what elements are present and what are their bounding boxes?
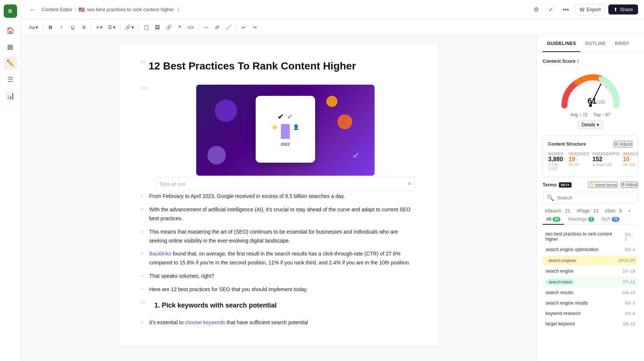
snippet-button[interactable]: 📋 bbox=[141, 22, 152, 33]
all-badge: 80 bbox=[553, 217, 560, 222]
h1-row: h1 12 Best Practices To Rank Content Hig… bbox=[141, 59, 416, 79]
filter-tag-expand[interactable]: ▾ bbox=[626, 208, 633, 214]
sidebar-item-editor[interactable]: ✏️ bbox=[4, 56, 17, 70]
terms-tab-headings[interactable]: Headings 5 bbox=[564, 214, 598, 225]
img-marker: img bbox=[141, 85, 152, 90]
bold-button[interactable]: B bbox=[45, 22, 56, 33]
panel-tabs: GUIDELINES OUTLINE BRIEF bbox=[537, 36, 644, 52]
avg-arrow-icon: ↕ bbox=[579, 112, 582, 117]
editor-toolbar: Aa ▾ B I U S ≡ ▾ ☰ ▾ 🔗 ▾ 📋 🖼 🔗 ❝ </> — ⇄… bbox=[21, 19, 644, 36]
link-icon: 🔗 bbox=[125, 25, 131, 30]
alt-text-placeholder[interactable]: Type alt text bbox=[159, 181, 185, 187]
term-item-search-engine[interactable]: search engine 2/7–18 bbox=[543, 267, 638, 276]
term-name: keyword research bbox=[546, 311, 581, 316]
para-text-5[interactable]: That speaks volumes, right? bbox=[149, 272, 214, 281]
filter-tag-seo[interactable]: #Seo · 9 bbox=[603, 208, 624, 214]
para-text-1[interactable]: From February to April 2023, Google rece… bbox=[149, 192, 345, 201]
term-item-seo[interactable]: search engine optimization 0/2–4 bbox=[543, 245, 638, 254]
terms-header: Terms BETA ✨ Insert terms ⚙ Adjust bbox=[543, 182, 638, 188]
redo-button[interactable]: ↪ bbox=[250, 22, 260, 33]
term-item-search-intent[interactable]: search intent 7/7–12 bbox=[543, 277, 638, 287]
editor-area[interactable]: h1 12 Best Practices To Rank Content Hig… bbox=[21, 36, 536, 361]
details-button[interactable]: Details ▾ bbox=[577, 120, 603, 129]
subheading-1[interactable]: 1. Pick keywords with search potential bbox=[155, 302, 277, 309]
tab-outline[interactable]: OUTLINE bbox=[580, 36, 610, 52]
check-button[interactable]: ✓ bbox=[545, 4, 557, 16]
toolbar-sep-3 bbox=[120, 24, 120, 31]
para-marker-5: p bbox=[141, 272, 146, 277]
term-item-keyword-research[interactable]: keyword research 2/3–6 bbox=[543, 309, 638, 318]
cs-stat-paragraphs: PARAGRAPHS 152 ↑ at least 180 bbox=[592, 152, 620, 171]
filter-tag-search[interactable]: #Search · 21 bbox=[543, 208, 572, 214]
terms-tab-nlp[interactable]: NLP 75 bbox=[598, 214, 623, 225]
settings-button[interactable]: ⚙ bbox=[530, 4, 542, 16]
term-item-search-engines[interactable]: search engines 18/12–29 bbox=[543, 256, 638, 265]
svg-text:/100: /100 bbox=[596, 100, 605, 105]
close-alt-button[interactable]: × bbox=[408, 180, 411, 187]
sidebar-item-analytics[interactable]: 📊 bbox=[4, 89, 17, 103]
wordpress-icon: W bbox=[580, 7, 585, 13]
term-count: 0/2–4 bbox=[625, 247, 635, 252]
more-button[interactable]: ••• bbox=[560, 4, 572, 16]
insert-terms-button[interactable]: ✨ Insert terms bbox=[588, 182, 618, 188]
font-size-dropdown[interactable]: Aa ▾ bbox=[27, 22, 41, 33]
choose-keywords-link[interactable]: choose keywords bbox=[185, 319, 225, 325]
underline-button[interactable]: U bbox=[68, 22, 78, 33]
list-dropdown[interactable]: ☰ ▾ bbox=[106, 22, 118, 33]
chevron-down-icon-details: ▾ bbox=[597, 122, 599, 127]
paragraph-5: p That speaks volumes, right? bbox=[141, 272, 416, 281]
paragraph-1: p From February to April 2023, Google re… bbox=[141, 192, 416, 201]
breadcrumb-title: seo best practices to rank content highe… bbox=[87, 7, 174, 12]
cs-header: Content Structure ⚙ Adjust bbox=[548, 141, 632, 147]
export-button[interactable]: W Export bbox=[575, 4, 606, 15]
code-button[interactable]: </> bbox=[186, 22, 196, 33]
term-item-search-engine-results[interactable]: search engine results 0/2–3 bbox=[543, 299, 638, 308]
tab-guidelines[interactable]: GUIDELINES bbox=[543, 36, 580, 52]
hyperlink-button[interactable]: 🔗 bbox=[164, 22, 174, 33]
terms-adjust-button[interactable]: ⚙ Adjust bbox=[621, 182, 638, 188]
clear-format-button[interactable]: 🧹 bbox=[223, 22, 234, 33]
quote-button[interactable]: ❝ bbox=[175, 22, 185, 33]
terms-tabs: All 80 Headings 5 NLP 75 bbox=[543, 214, 638, 225]
alt-text-bar: Type alt text × bbox=[155, 177, 416, 191]
tab-brief[interactable]: BRIEF bbox=[611, 36, 634, 52]
cs-adjust-button[interactable]: ⚙ Adjust bbox=[614, 141, 632, 147]
divider-button[interactable]: — bbox=[201, 22, 211, 33]
para-text-2[interactable]: With the advancement of artificial intel… bbox=[149, 205, 416, 223]
strike-button[interactable]: S bbox=[79, 22, 89, 33]
term-item-seo-best-practices[interactable]: seo best practices to rank content highe… bbox=[543, 230, 638, 244]
filter-tag-page[interactable]: #Page · 13 bbox=[575, 208, 601, 214]
terms-search-input[interactable] bbox=[557, 195, 634, 201]
brand-logo: B bbox=[4, 4, 17, 18]
image-button[interactable]: 🖼 bbox=[152, 22, 163, 33]
undo-button[interactable]: ↩ bbox=[239, 22, 249, 33]
italic-button[interactable]: I bbox=[56, 22, 67, 33]
sidebar-item-home[interactable]: 🏠 bbox=[4, 24, 17, 37]
breadcrumb: Content Editor / 🇺🇸 seo best practices t… bbox=[42, 7, 527, 13]
term-item-target-keyword[interactable]: target keyword 3/5–13 bbox=[543, 319, 638, 328]
backlinko-link[interactable]: Backlinko bbox=[149, 251, 172, 257]
info-icon: ℹ bbox=[178, 7, 179, 12]
para-text-3[interactable]: This means that mastering the art of (SE… bbox=[149, 228, 416, 245]
para-text-4[interactable]: Backlinko found that, on average, the fi… bbox=[149, 250, 416, 267]
article-title[interactable]: 12 Best Practices To Rank Content Higher bbox=[149, 59, 356, 73]
svg-text:61: 61 bbox=[588, 96, 596, 105]
link-dropdown[interactable]: 🔗 ▾ bbox=[123, 22, 136, 33]
terms-tab-all[interactable]: All 80 bbox=[543, 214, 564, 225]
term-count: 2/7–18 bbox=[622, 269, 635, 273]
content-score-title: Content Score ℹ bbox=[543, 58, 638, 64]
share-button[interactable]: ⬆ Share bbox=[608, 4, 638, 14]
align-dropdown[interactable]: ≡ ▾ bbox=[94, 22, 105, 33]
para-text-6[interactable]: Here are 12 best practices for SEO that … bbox=[149, 285, 308, 294]
term-count: 18/12–29 bbox=[618, 258, 635, 263]
sidebar-item-dashboard[interactable]: ▦ bbox=[4, 40, 17, 53]
terms-section: Terms BETA ✨ Insert terms ⚙ Adjust bbox=[543, 182, 638, 328]
toolbar-sep-1 bbox=[43, 24, 43, 31]
breadcrumb-flag: 🇺🇸 bbox=[78, 7, 85, 13]
term-item-search-results[interactable]: search results 5/8–15 bbox=[543, 288, 638, 297]
back-button[interactable]: ← bbox=[27, 4, 39, 16]
para-text-7[interactable]: It's essential to choose keywords that h… bbox=[149, 318, 308, 327]
sidebar-item-content[interactable]: ☰ bbox=[4, 73, 17, 86]
term-name: search results bbox=[546, 290, 573, 295]
table-button[interactable]: ⇄ bbox=[212, 22, 223, 33]
